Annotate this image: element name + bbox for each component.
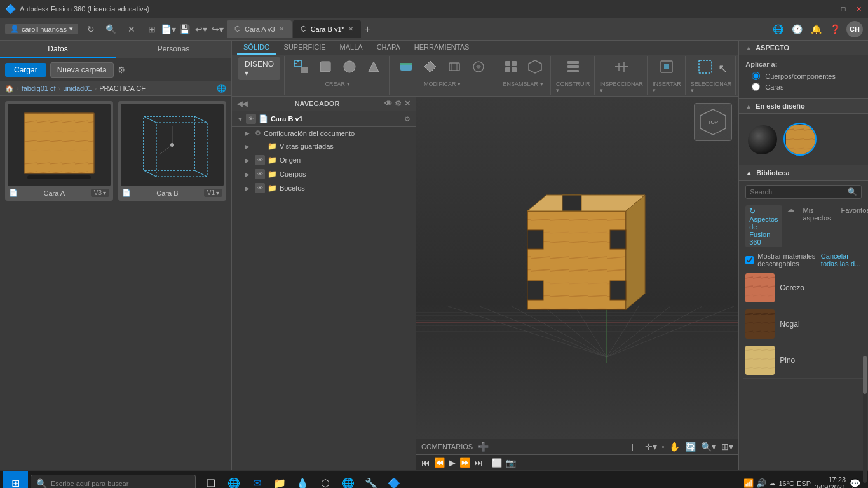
tab-cara-a[interactable]: ⬡ Cara A v3 ✕ (227, 20, 292, 38)
ens-btn-2[interactable] (524, 57, 546, 79)
taskbar-volume-icon[interactable]: 🔊 (756, 478, 766, 488)
show-materials-checkbox[interactable] (745, 256, 754, 264)
nav-root-eye[interactable]: 👁 (246, 114, 256, 124)
timeline-keyframe-icon[interactable]: ⬜ (492, 458, 502, 468)
material-row-nogal[interactable]: Nogal (743, 306, 864, 342)
material-swatch-wood[interactable] (783, 123, 817, 156)
taskbar-icon-mail[interactable]: ✉ (247, 473, 267, 489)
taskbar-icon-chrome[interactable]: 🌐 (338, 473, 358, 489)
mod-btn-4[interactable] (467, 57, 490, 79)
nav-cuerpos-eye[interactable]: 👁 (255, 169, 265, 179)
taskbar-icon-fusion[interactable]: 🔷 (384, 473, 404, 489)
crear-btn-1[interactable] (290, 57, 313, 79)
taskbar-icon-app2[interactable]: 🔧 (361, 473, 381, 489)
material-swatch-dark[interactable] (745, 123, 778, 156)
breadcrumb-practica[interactable]: PRACTICA CF (99, 85, 146, 92)
user-avatar[interactable]: CH (846, 21, 863, 37)
tab-close-cara-a[interactable]: ✕ (279, 25, 284, 32)
nav-root-settings[interactable]: ⚙ (404, 115, 410, 123)
ribbon-tab-solido[interactable]: SÓLIDO (237, 41, 276, 55)
breadcrumb-fabdig[interactable]: fabdig01 cf (22, 85, 56, 92)
vp-display-icon[interactable]: ⊞▾ (721, 442, 733, 452)
design-section-header[interactable]: ▲ En este diseño (739, 99, 868, 114)
aspect-header[interactable]: ▲ ASPECTO (739, 41, 868, 55)
grid-icon-button[interactable]: ⊞ (144, 22, 159, 37)
scrollbar-thumb[interactable] (863, 356, 867, 394)
ins-btn-1[interactable] (610, 57, 633, 79)
nav-origen-eye[interactable]: 👁 (255, 155, 265, 165)
taskbar-search-box[interactable]: 🔍 Escribe aquí para buscar (31, 475, 196, 489)
ens-btn-1[interactable] (499, 57, 522, 79)
vp-move-icon[interactable]: ✛▾ (645, 442, 657, 452)
nav-close-icon[interactable]: ✕ (404, 99, 410, 108)
cancel-download-button[interactable]: Cancelar todas las d... (821, 252, 862, 268)
nav-root-item[interactable]: ▼ 👁 📄 Cara B v1 ⚙ (232, 111, 416, 127)
timeline-camera-icon[interactable]: 📷 (506, 458, 516, 468)
playback-prev[interactable]: ⏪ (434, 458, 445, 468)
save-button[interactable]: 💾 (177, 22, 193, 37)
mod-btn-1[interactable] (395, 57, 417, 79)
breadcrumb-unidad[interactable]: unidad01 (63, 85, 92, 92)
comments-collapse-icon[interactable]: | (632, 443, 634, 451)
con-btn-1[interactable] (562, 57, 585, 79)
taskbar-time-date[interactable]: 17:23 3/09/2021 (815, 476, 846, 489)
playback-next[interactable]: ⏩ (459, 458, 470, 468)
tab-personas[interactable]: Personas (116, 41, 231, 58)
thumbnail-version-b[interactable]: V1 ▾ (204, 189, 222, 197)
clock-icon-button[interactable]: 🕐 (789, 22, 804, 37)
comments-add-icon[interactable]: ➕ (478, 442, 489, 452)
taskbar-network-icon[interactable]: 📶 (743, 478, 754, 488)
cargar-button[interactable]: Cargar (5, 63, 46, 77)
redo-button[interactable]: ↪▾ (210, 22, 226, 37)
right-panel-scrollbar[interactable] (863, 356, 867, 470)
crear-btn-4[interactable] (362, 57, 385, 79)
user-menu-button[interactable]: 👤 caroll huancas ▾ (5, 24, 78, 34)
nav-item-bocetos[interactable]: ▶ 👁 📁 Bocetos (232, 181, 416, 195)
taskbar-icon-multidesktop[interactable]: ❏ (201, 473, 221, 489)
material-row-cerezo[interactable]: Cerezo (743, 270, 864, 306)
maximize-button[interactable]: □ (839, 4, 848, 13)
nav-item-origen[interactable]: ▶ 👁 📁 Origen (232, 153, 416, 167)
minimize-button[interactable]: — (824, 4, 832, 13)
vp-zoom-icon[interactable]: 🔍▾ (701, 442, 716, 452)
playback-play[interactable]: ▶ (449, 458, 456, 468)
vp-rotate-icon[interactable]: 🔄 (685, 442, 696, 452)
playback-skip-end[interactable]: ⏭ (474, 458, 483, 468)
insertar-btn-1[interactable] (655, 57, 678, 79)
search-header-button[interactable]: 🔍 (104, 22, 119, 37)
lib-tab-fusion[interactable]: ↻ Aspectos de Fusion 360 (745, 205, 782, 247)
nueva-carpeta-button[interactable]: Nueva carpeta (50, 62, 114, 78)
mod-btn-3[interactable] (443, 57, 466, 79)
breadcrumb-globe-icon[interactable]: 🌐 (217, 84, 226, 93)
undo-button[interactable]: ↩▾ (194, 22, 209, 37)
radio-cuerpos[interactable] (752, 72, 760, 80)
lib-tab-favoritos[interactable]: Favoritos (837, 205, 868, 247)
nav-collapse-icon[interactable]: ◀◀ (237, 100, 247, 108)
nav-eye-toggle[interactable]: 👁 (384, 99, 392, 108)
web-icon-button[interactable]: 🌐 (770, 22, 785, 37)
nav-item-vistas[interactable]: ▶ 📁 Vistas guardadas (232, 139, 416, 153)
tab-add-button[interactable]: + (365, 24, 370, 35)
nav-bocetos-eye[interactable]: 👁 (255, 183, 265, 193)
material-row-pino[interactable]: Pino (743, 342, 864, 379)
bell-icon-button[interactable]: 🔔 (808, 22, 824, 37)
3d-viewport[interactable]: TOP (416, 97, 738, 439)
vp-hand-icon[interactable]: ✋ (669, 442, 680, 452)
ribbon-tab-chapa[interactable]: CHAPA (370, 41, 407, 55)
thumbnail-cara-b[interactable]: 📄 Cara B V1 ▾ (118, 101, 226, 201)
nav-item-cuerpos[interactable]: ▶ 👁 📁 Cuerpos (232, 167, 416, 181)
vp-dot-icon[interactable]: • (662, 444, 665, 451)
close-button[interactable]: ✕ (854, 4, 863, 13)
file-button[interactable]: 📄▾ (161, 22, 176, 37)
tab-cara-b[interactable]: ⬡ Cara B v1* ✕ (293, 20, 361, 38)
refresh-button[interactable]: ↻ (83, 22, 98, 37)
taskbar-notification-icon[interactable]: 💬 (850, 478, 860, 489)
lib-tab-mis[interactable]: Mis aspectos (799, 205, 835, 247)
ribbon-tab-malla[interactable]: MALLA (334, 41, 369, 55)
taskbar-icon-files[interactable]: 📁 (269, 473, 290, 489)
radio-caras[interactable] (752, 83, 760, 91)
mod-btn-2[interactable] (419, 57, 442, 79)
nav-settings-icon[interactable]: ⚙ (395, 99, 402, 108)
crear-btn-2[interactable] (314, 57, 337, 79)
ribbon-tab-superficie[interactable]: SUPERFICIE (278, 41, 332, 55)
